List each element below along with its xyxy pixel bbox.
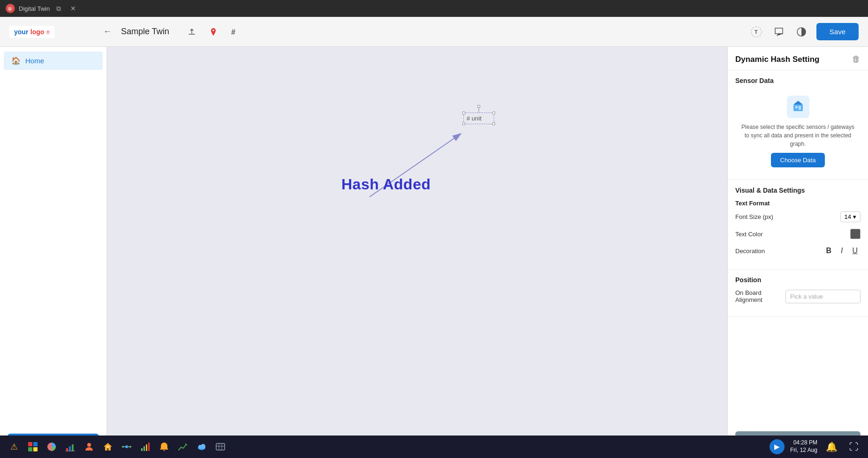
alignment-row: On Board Alignment Pick a value [735,289,860,303]
visual-section-title: Visual & Data Settings [735,187,860,194]
hash-element-label: # unit [467,115,482,122]
taskbar-trend-icon[interactable] [174,438,191,455]
right-panel: Dynamic Hash Setting 🗑 Sensor Data [727,47,868,458]
svg-text:#: # [231,28,235,36]
sensor-placeholder: Please select the specific sensors / gat… [735,90,860,173]
taskbar-bell-icon[interactable] [156,438,173,455]
svg-rect-29 [143,446,145,451]
hash-icon-btn[interactable]: # [227,24,242,39]
location-icon-btn[interactable] [206,24,221,39]
taskbar-map-icon[interactable] [212,438,229,455]
taskbar-expand-icon[interactable]: ⛶ [845,438,862,455]
warning-icon[interactable]: ⚠ [6,438,23,455]
logo-area: your logo ® [9,26,94,38]
svg-rect-11 [799,106,801,110]
svg-marker-32 [185,443,188,445]
taskbar-person-icon[interactable] [81,438,98,455]
taskbar-right: ▶ 04:28 PM Fri, 12 Aug 🔔 ⛶ [770,438,862,455]
sidebar: 🏠 Home +Add New Tab [0,47,107,458]
svg-rect-12 [28,442,32,446]
restore-btn[interactable]: ⧉ [53,4,64,14]
app-icon: D [6,4,15,13]
svg-rect-30 [146,444,147,451]
underline-button[interactable]: U [849,246,860,256]
body-area: 🏠 Home +Add New Tab # unit [0,47,868,458]
svg-marker-9 [793,101,803,105]
hash-added-label: Hash Added [341,176,431,193]
choose-data-button[interactable]: Choose Data [771,153,825,167]
svg-rect-10 [795,106,798,108]
svg-rect-14 [28,447,32,451]
svg-point-24 [122,446,124,448]
text-color-row: Text Color [735,229,860,239]
sidebar-item-home[interactable]: 🏠 Home [4,52,103,70]
taskbar-cloud-icon[interactable] [193,438,210,455]
taskbar-home-icon[interactable] [99,438,116,455]
taskbar-chart-icon[interactable] [62,438,79,455]
svg-point-23 [125,445,128,448]
nav-right: T Save [749,23,859,40]
contrast-icon-btn[interactable] [794,24,809,39]
position-title: Position [735,276,860,284]
decoration-buttons: B I U [823,246,860,256]
sensor-data-section: Sensor Data Please select the specific s… [728,70,868,180]
back-button[interactable]: ← [101,25,113,38]
svg-rect-22 [106,446,109,448]
taskbar-pie-icon[interactable] [43,438,60,455]
text-color-swatch[interactable] [850,229,860,239]
canvas-area[interactable]: # unit Hash Added [107,47,727,458]
text-format-title: Text Format [735,200,860,207]
hash-box[interactable]: # unit [463,113,494,124]
delete-button[interactable]: 🗑 [852,54,860,64]
svg-rect-18 [69,446,71,451]
svg-text:D: D [8,7,12,11]
handle-bl[interactable] [462,122,465,125]
hash-element[interactable]: # unit [463,113,494,135]
taskbar-time: 04:28 PM Fri, 12 Aug [790,439,817,454]
taskbar-network-icon[interactable] [118,438,135,455]
nav-icons: # [184,24,242,39]
sensor-description: Please select the specific sensors / gat… [741,123,855,148]
font-size-value: 14 [845,213,851,220]
handle-br[interactable] [492,122,495,125]
close-btn[interactable]: ✕ [68,4,79,14]
italic-button[interactable]: I [838,246,845,256]
svg-rect-15 [33,447,38,451]
right-panel-header: Dynamic Hash Setting 🗑 [728,47,868,70]
save-button[interactable]: Save [816,23,859,40]
bold-button[interactable]: B [823,246,834,256]
alignment-label: On Board Alignment [735,289,785,303]
upload-icon-btn[interactable] [184,24,199,39]
svg-rect-28 [141,448,143,451]
taskbar-notification-icon[interactable]: 🔔 [823,438,840,455]
font-size-dropdown-icon: ▾ [853,213,856,220]
font-size-select[interactable]: 14 ▾ [840,211,860,222]
sensor-icon [787,96,809,118]
text-color-label: Text Color [735,231,763,238]
svg-rect-17 [66,448,68,451]
taskbar-logo: ▶ [770,439,785,454]
taskbar-grid-icon[interactable] [24,438,41,455]
text-icon-btn[interactable]: T [749,24,764,39]
svg-point-35 [201,444,205,449]
svg-rect-8 [793,105,803,111]
comment-icon-btn[interactable] [771,24,786,39]
sensor-section-title: Sensor Data [735,77,860,84]
page-title: Sample Twin [121,27,169,37]
font-size-label: Font Size (px) [735,213,773,220]
home-icon: 🏠 [11,56,21,65]
svg-rect-19 [72,444,74,451]
app-layout: your logo ® ← Sample Twin # [0,17,868,458]
handle-tl[interactable] [462,112,465,114]
decoration-row: Decoration B I U [735,246,860,256]
title-bar-controls: ⧉ ✕ [53,4,79,14]
svg-rect-13 [33,442,38,446]
taskbar-signal-icon[interactable] [137,438,154,455]
svg-point-21 [87,443,91,447]
svg-point-25 [129,446,131,448]
decoration-label: Decoration [735,248,765,255]
position-section: Position On Board Alignment Pick a value [728,270,868,317]
handle-tr[interactable] [492,112,495,114]
alignment-select[interactable] [785,290,860,303]
taskbar: ⚠ [0,435,868,458]
